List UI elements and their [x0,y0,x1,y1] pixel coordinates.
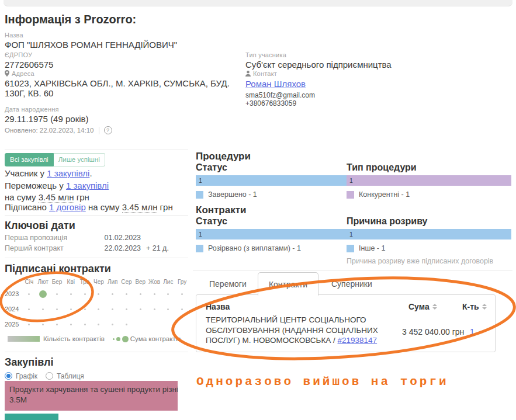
legend-sum-label: Сума контрактів [130,335,181,342]
month-label: Січ [22,279,36,285]
calendar-year-row: 2023 [5,286,189,301]
procedures-status-legend: Завершено - 1 [196,190,257,199]
col-header-name: Назва [206,302,230,311]
month-label: Лют [36,279,50,285]
calendar-year-row: 2024 [5,301,189,317]
month-label: Кві [64,279,78,285]
sort-icon[interactable] [482,304,487,310]
winner-count-link[interactable]: 1 закупівлі [66,181,109,190]
contracts-status-legend: Розірвано (з виплатами) - 1 [196,244,301,252]
tab-wins[interactable]: Перемоги [209,279,247,289]
empty-month-dot [42,308,44,310]
month-label: Лис [161,279,175,285]
empty-month-dot [42,324,44,325]
col-header-count[interactable]: К-ть [462,302,487,311]
empty-month-dot [56,308,58,310]
tab-rivals[interactable]: Суперники [331,279,372,289]
empty-month-dot [181,308,183,310]
legend-count-label: Кількість контрактів [43,335,105,342]
divider [5,258,188,258]
participant-type-label: Тип учасника [245,51,503,58]
year-label: 2024 [5,306,22,313]
participant-count-link[interactable]: 1 закупівлі [47,168,89,178]
separator [99,127,99,134]
legend-swatch [196,245,203,252]
top-panel-edge [4,0,512,6]
filter-successful-button[interactable]: Лише успішні [54,153,105,166]
empty-month-dot [98,308,99,310]
procedure-type-bar[interactable]: 1 [347,175,511,186]
empty-month-dot [70,324,72,325]
count-link[interactable]: 1 [470,327,475,336]
empty-month-dot [140,308,141,310]
contract-sum-dot [39,290,47,298]
purchase-category-bar[interactable]: Продукти харчування та сушені продукти р… [5,381,178,411]
contact-email: sma510fz@gmail.com [245,91,503,99]
participant-type-value: Суб'єкт середнього підприємництва [245,60,503,70]
map-pin-icon [5,70,9,77]
empty-month-dot [154,308,155,310]
empty-month-dot [28,324,30,325]
empty-month-dot [56,293,58,295]
procedures-title: Процедури [196,151,251,162]
empty-month-dot [167,293,169,295]
contact-phone: +380676833059 [245,99,503,107]
table-radio[interactable] [46,372,53,380]
help-icon[interactable]: ? [104,126,112,134]
divider [5,215,188,216]
empty-month-dot [112,324,113,325]
birthdate-label: Дата народження [5,106,241,113]
page-title: Інформація з Prozorro: [5,13,136,26]
empty-month-dot [98,293,99,295]
address-label: Адреса [5,70,241,77]
winner-line: Переможець у 1 закупівлі на суму 3.45 мл… [5,180,189,203]
name-label: Назва [5,32,241,39]
sum-dot-medium [116,337,120,341]
purchases-view-switch: ГрафікТаблиця [5,370,92,381]
empty-month-dot [56,324,58,325]
chart-radio[interactable] [5,372,12,380]
month-label: Вер [133,279,147,285]
empty-month-dot [28,308,30,310]
month-label: Сер [120,279,134,285]
signed-contracts-link[interactable]: 1 договір [49,202,86,212]
year-label: 2025 [5,321,22,328]
procedure-type-title: Тип процедури [347,162,417,173]
termination-reason-legend: Інше - 1 [347,244,385,252]
key-date-row: Перша пропозиція 01.02.2023 [5,232,188,243]
address-value: 61023, ХАРКІВСЬКА ОБЛ., М. ХАРКІВ, СУМСЬ… [5,78,241,98]
month-label: Тра [78,279,92,285]
contracts-table: Назва Сума К-ть ТЕРИТОРІАЛЬНИЙ ЦЕНТР СОЦ… [196,294,496,352]
contact-name-link[interactable]: Роман Шляхов [245,79,306,89]
termination-reason-bar[interactable]: 1 [347,229,511,239]
col-header-sum[interactable]: Сума [408,302,437,311]
month-label: Лип [106,279,120,285]
table-row-name: ТЕРИТОРІАЛЬНИЙ ЦЕНТР СОЦІАЛЬНОГО ОБСЛУГО… [206,315,399,346]
termination-reason-title: Причина розриву [347,216,427,227]
edrpou-value: 2772606575 [5,60,241,70]
table-row-count: 1 [470,327,475,338]
birthdate-value: 29.11.1975 (49 років) [5,114,241,124]
filter-all-button[interactable]: Всі закупівлі [5,153,54,166]
empty-month-dot [84,324,86,325]
supplier-name: ФОП "ШЛЯХОВ РОМАН ГЕННАДІЙОВИЧ" [5,40,241,50]
tender-id-link[interactable]: #21938147 [338,336,378,345]
empty-month-dot [181,293,183,295]
key-dates-title: Ключові дати [5,220,75,232]
sort-icon[interactable] [432,304,437,310]
signed-sum: 3.45 млн [122,202,158,213]
empty-month-dot [70,308,72,310]
month-label: Гру [175,279,189,285]
edrpou-label: ЄДРПОУ [5,51,241,58]
signed-line: Підписано 1 договір на суму 3.45 млн грн [5,202,189,213]
divider [5,352,188,352]
divider [193,270,512,270]
purchase-category-bar-2[interactable] [5,414,58,420]
legend-swatch [347,191,354,199]
empty-month-dot [70,293,72,295]
termination-caption: Причина розриву вже підписаних договорів [347,257,493,265]
year-label: 2023 [5,290,22,297]
participant-line: Учасник у 1 закупівлі. [5,168,189,179]
tab-contracts[interactable]: Контракти [258,272,318,296]
legend-swatch [196,191,203,199]
